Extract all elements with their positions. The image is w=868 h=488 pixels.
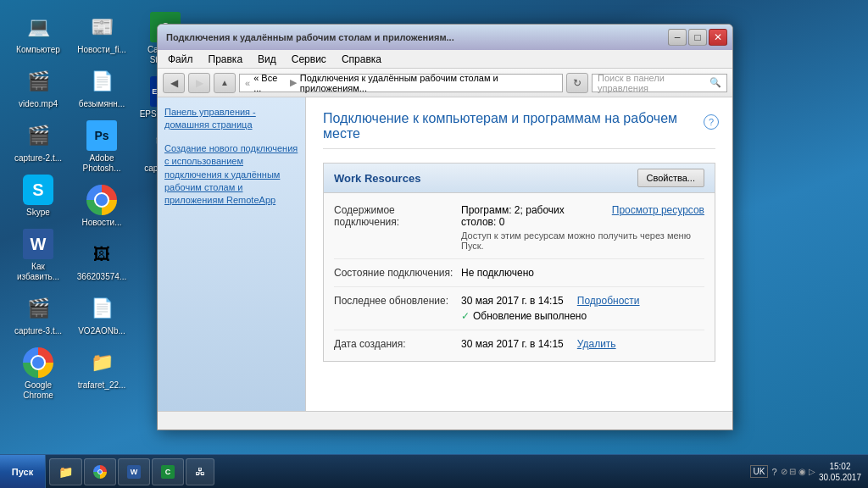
close-button[interactable]: ✕ (709, 29, 727, 46)
taskbar: Пуск 📁 W C 🖧 UK ? ⊘ ⊟ ◉ ▷ (0, 454, 868, 488)
desktop-icon-img1[interactable]: 🖼 366203574... (72, 236, 131, 286)
video-mp4-icon: 🎬 (23, 66, 53, 97)
capture2-icon: 🎬 (23, 120, 53, 151)
desktop-icon-novosti2[interactable]: Новости... (72, 181, 131, 231)
menu-help[interactable]: Справка (335, 52, 388, 67)
refresh-button[interactable]: ↻ (566, 73, 588, 93)
menu-file[interactable]: Файл (161, 52, 200, 67)
maximize-button[interactable]: □ (688, 29, 707, 46)
properties-button[interactable]: Свойства... (637, 169, 704, 187)
taskbar-network[interactable]: 🖧 (186, 458, 214, 485)
bezymyann-icon: 📄 (86, 66, 117, 97)
info-row-status: Состояние подключения: Не подключено (324, 263, 715, 283)
img1-label: 366203574... (77, 272, 126, 282)
photoshop-label: Adobe Photosh... (75, 153, 128, 174)
window-sidebar: Панель управления - домашняя страница Со… (158, 97, 306, 411)
minimize-button[interactable]: – (668, 29, 687, 46)
back-button[interactable]: ◀ (163, 73, 185, 93)
address-current: Подключения к удалённым рабочим столам и… (300, 73, 557, 93)
photoshop-icon: Ps (86, 120, 117, 151)
trafaret-label: trafaret_22... (78, 380, 126, 391)
status-label: Состояние подключения: (334, 267, 461, 279)
desktop-icon-photoshop[interactable]: Ps Adobe Photosh... (72, 117, 131, 177)
delete-link[interactable]: Удалить (577, 338, 616, 350)
trafaret-icon: 📁 (86, 347, 117, 378)
desktop-icon-chrome[interactable]: Google Chrome (8, 344, 68, 404)
update-status: Обновление выполнено (473, 310, 587, 322)
clock-time: 15:02 (829, 461, 850, 472)
help-button[interactable]: ? (704, 114, 719, 130)
checkmark-icon: ✓ (461, 310, 470, 322)
taskbar-explorer[interactable]: 📁 (49, 458, 82, 485)
chrome-icon (23, 347, 53, 378)
resource-header: Work Resources Свойства... (324, 164, 715, 193)
sidebar-create-link[interactable]: Создание нового подключения с использова… (164, 142, 298, 208)
desktop: 💻 Компьютер 🎬 video.mp4 🎬 capture-2.t...… (0, 0, 868, 488)
novosti2-icon (86, 185, 117, 215)
video-mp4-label: video.mp4 (19, 99, 58, 109)
taskbar-chrome[interactable] (84, 458, 116, 485)
computer-icon: 💻 (23, 12, 53, 42)
desktop-icon-word-doc[interactable]: W Как избавить... (8, 225, 68, 286)
contents-label: Содержимое подключения: (334, 204, 461, 228)
contents-value: Программ: 2; рабочих столов: 0 (461, 204, 598, 228)
question-icon: ? (771, 467, 776, 477)
address-bar[interactable]: « « Все ... ▶ Подключения к удалённым ра… (239, 74, 563, 92)
sidebar-home-link[interactable]: Панель управления - домашняя страница (164, 106, 298, 132)
window-controls: – □ ✕ (668, 29, 727, 46)
word-doc-label: Как избавить... (12, 262, 64, 282)
explorer-icon: 📁 (58, 465, 73, 479)
search-placeholder: Поиск в панели управления (598, 73, 709, 93)
menu-view[interactable]: Вид (251, 52, 283, 67)
desktop-icon-capture2[interactable]: 🎬 capture-2.t... (8, 117, 68, 167)
word-doc-icon: W (23, 229, 53, 259)
start-button[interactable]: Пуск (0, 455, 46, 489)
img1-icon: 🖼 (86, 239, 117, 269)
up-button[interactable]: ▲ (214, 73, 236, 93)
search-icon: 🔍 (709, 77, 721, 88)
created-label: Дата создания: (334, 338, 461, 350)
desktop-icon-trafaret[interactable]: 📁 trafaret_22... (72, 344, 131, 394)
capture3-icon: 🎬 (23, 293, 53, 324)
details-link[interactable]: Подробности (577, 295, 640, 307)
img2-icon: 📄 (86, 293, 117, 324)
taskbar-right: UK ? ⊘ ⊟ ◉ ▷ 15:02 30.05.2017 (743, 461, 868, 483)
created-value: 30 мая 2017 г. в 14:15 (461, 338, 564, 350)
taskbar-camtasia[interactable]: C (152, 458, 184, 485)
control-panel-window: Подключения к удалённым рабочим столам и… (157, 24, 733, 430)
window-main-content: ? Подключение к компьютерам и программам… (306, 97, 732, 411)
language-indicator[interactable]: UK (750, 465, 769, 478)
access-note: Доступ к этим ресурсам можно получить че… (461, 230, 704, 251)
desktop-icon-video-mp4[interactable]: 🎬 video.mp4 (8, 63, 68, 113)
novosti2-label: Новости... (81, 218, 121, 228)
divider-2 (334, 286, 704, 287)
desktop-icon-computer[interactable]: 💻 Компьютер (8, 8, 68, 58)
search-box[interactable]: Поиск в панели управления 🔍 (592, 74, 727, 92)
taskbar-camtasia-icon: C (161, 465, 175, 479)
taskbar-items: 📁 W C 🖧 (46, 455, 743, 489)
desktop-icon-skype[interactable]: S Skype (8, 171, 68, 221)
system-tray-icons: ⊘ ⊟ ◉ ▷ (781, 467, 815, 476)
desktop-icon-novosti-fi[interactable]: 📰 Новости_fi... (72, 8, 131, 58)
img2-label: VO2AONb... (78, 326, 125, 336)
divider-3 (334, 330, 704, 330)
novosti-fi-icon: 📰 (86, 12, 117, 42)
last-update-value: 30 мая 2017 г. в 14:15 (461, 295, 564, 307)
computer-icon-label: Компьютер (16, 45, 60, 55)
resource-box: Work Resources Свойства... Содержимое по… (323, 163, 715, 362)
divider-1 (334, 258, 704, 259)
menu-edit[interactable]: Правка (202, 52, 250, 67)
view-resources-link[interactable]: Просмотр ресурсов (612, 204, 704, 216)
desktop-icon-img2[interactable]: 📄 VO2AONb... (72, 290, 131, 340)
desktop-icon-bezymyann[interactable]: 📄 безымянн... (72, 63, 131, 113)
clock-date: 30.05.2017 (819, 472, 861, 483)
menu-service[interactable]: Сервис (285, 52, 333, 67)
window-menubar: Файл Правка Вид Сервис Справка (158, 50, 732, 69)
desktop-icon-capture3[interactable]: 🎬 capture-3.t... (8, 290, 68, 340)
skype-icon: S (23, 175, 53, 205)
capture2-label: capture-2.t... (14, 153, 62, 164)
taskbar-word[interactable]: W (118, 458, 150, 485)
start-label: Пуск (12, 467, 33, 477)
last-update-label: Последнее обновление: (334, 295, 461, 307)
forward-button[interactable]: ▶ (188, 73, 210, 93)
